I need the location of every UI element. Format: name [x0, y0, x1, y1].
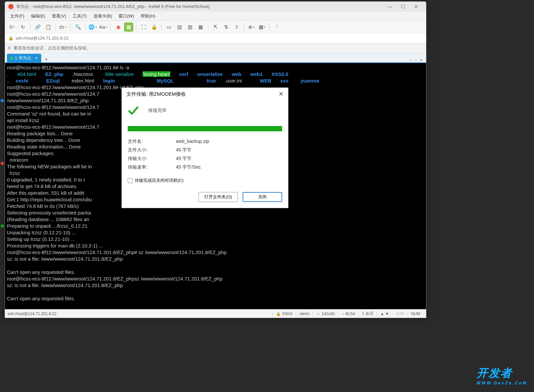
color-icon[interactable]: ▦ — [124, 22, 133, 32]
tab-close-icon[interactable]: ✕ — [35, 56, 38, 60]
close-after-checkbox[interactable] — [128, 178, 133, 183]
status-cap: CAP — [392, 311, 408, 316]
window-title: 华为云 - root@hcss-ecs-8f12: /www/wwwroot/1… — [16, 4, 383, 10]
hint-icon[interactable]: ⎘ — [8, 46, 11, 50]
status-term: xterm — [296, 311, 313, 316]
speed-value: 45 字节/Sec — [176, 164, 201, 170]
status-ssh: 🔒 SSH2 — [272, 311, 296, 316]
font-icon[interactable]: Aa — [99, 22, 108, 32]
panel4-icon[interactable]: ▦ — [196, 22, 205, 32]
add-tab-button[interactable]: + — [43, 56, 50, 62]
menu-edit[interactable]: 编辑(E) — [28, 12, 49, 20]
link-icon[interactable]: 🔗 — [33, 22, 42, 32]
add-icon[interactable]: ⊕ — [247, 22, 256, 32]
watermark: 开发者 WWW.DevZe.CoM — [477, 366, 527, 385]
transfer-dialog: 文件传输: 用ZMODEM接收 ✕ 传送完毕 文件名:web_backup.zi… — [121, 87, 288, 208]
lock-icon: 🔒 — [8, 36, 14, 41]
xfersize-value: 45 字节 — [176, 156, 191, 162]
status-size: ↔ 141x40 — [313, 311, 338, 316]
status-arrows[interactable]: ▲ ▼ — [377, 311, 392, 316]
export-icon[interactable]: ⇱ — [211, 22, 220, 32]
status-sessions: 1 会话 — [358, 311, 377, 316]
dialog-title: 文件传输: 用ZMODEM接收 — [126, 91, 186, 97]
search-icon[interactable]: 🔍 — [73, 22, 83, 32]
address-text: ssh://root@124.71.201.8:22 — [16, 36, 69, 41]
fullscreen-icon[interactable]: ⛶ — [139, 22, 148, 32]
hint-text: 要添加当前会话，点击左侧的箭头按钮。 — [14, 45, 91, 51]
tab-strip: 1 华为云 ✕ + ‹ › ▾ — [5, 53, 426, 63]
transfer-status: 传送完毕 — [148, 108, 167, 114]
help-icon[interactable]: ? — [272, 22, 282, 32]
close-button[interactable]: ✕ — [410, 4, 423, 9]
hint-bar: ⎘ 要添加当前会话，点击左侧的箭头按钮。 — [5, 43, 426, 53]
maximize-button[interactable]: ☐ — [396, 4, 410, 9]
globe-icon[interactable]: 🌐 — [88, 22, 97, 32]
filename-value: web_backup.zip — [176, 139, 209, 145]
menu-file[interactable]: 文件(F) — [7, 12, 28, 20]
checkmark-icon — [128, 105, 139, 116]
transfer-details: 文件名:web_backup.zip 文件大小:45 字节 传输大小:45 字节… — [128, 137, 282, 172]
upload-icon[interactable]: ⇧ — [232, 22, 241, 32]
dialog-titlebar: 文件传输: 用ZMODEM接收 ✕ — [122, 88, 288, 100]
status-dot-icon — [10, 57, 13, 59]
record-icon[interactable]: ◉ — [114, 22, 123, 32]
menu-tabs[interactable]: 选项卡(B) — [90, 12, 115, 20]
progress-bar — [128, 126, 282, 131]
filesize-value: 45 字节 — [176, 147, 191, 153]
menu-view[interactable]: 查看(V) — [49, 12, 69, 20]
open-folder-button[interactable]: 打开文件夹(O) — [198, 192, 238, 202]
app-window: 华为云 - root@hcss-ecs-8f12: /www/wwwroot/1… — [5, 1, 426, 318]
panel1-icon[interactable]: ▭ — [164, 22, 174, 32]
lock-icon[interactable]: 🔒 — [150, 22, 159, 32]
status-pos: ⎓ 40,54 — [338, 311, 358, 316]
tab-nav[interactable]: ‹ › ▾ — [410, 58, 423, 62]
folder-icon[interactable]: 🗁 — [58, 22, 68, 32]
panel2-icon[interactable]: ▤ — [175, 22, 184, 32]
app-icon — [8, 4, 14, 9]
menu-window[interactable]: 窗口(W) — [115, 12, 137, 20]
dialog-close-icon[interactable]: ✕ — [279, 90, 284, 98]
status-bar: ssh://root@124.71.201.8:22 🔒 SSH2 xterm … — [5, 309, 426, 318]
clipboard-icon[interactable]: 📋 — [44, 22, 53, 32]
close-after-label: 传输完成后关闭对话框(C) — [135, 178, 184, 183]
reconnect-icon[interactable]: ↻ — [18, 22, 27, 32]
menu-help[interactable]: 帮助(H) — [137, 12, 158, 20]
panel3-icon[interactable]: ▥ — [185, 22, 195, 32]
tab-label: 1 华为云 — [15, 55, 31, 61]
new-session-icon[interactable]: ⎘ — [8, 22, 17, 32]
address-bar[interactable]: 🔒 ssh://root@124.71.201.8:22 — [5, 33, 426, 43]
session-tab[interactable]: 1 华为云 ✕ — [7, 54, 41, 62]
titlebar: 华为云 - root@hcss-ecs-8f12: /www/wwwroot/1… — [5, 2, 426, 12]
close-dialog-button[interactable]: 关闭 — [243, 192, 282, 202]
minimize-button[interactable]: — — [383, 4, 396, 9]
status-num: NUM — [408, 311, 423, 316]
status-address: ssh://root@124.71.201.8:22 — [8, 311, 56, 316]
toolbar: ⎘ ↻ 🔗 📋 🗁 🔍 🌐 Aa ◉ ▦ ⛶ 🔒 ▭ ▤ ▥ ▦ ⇱ ⇅ ⇧ ⊕… — [5, 21, 426, 33]
menu-tools[interactable]: 工具(T) — [69, 12, 90, 20]
menubar: 文件(F) 编辑(E) 查看(V) 工具(T) 选项卡(B) 窗口(W) 帮助(… — [5, 12, 426, 21]
transfer-icon[interactable]: ⇅ — [221, 22, 231, 32]
grid-icon[interactable]: ▦ — [257, 22, 267, 32]
